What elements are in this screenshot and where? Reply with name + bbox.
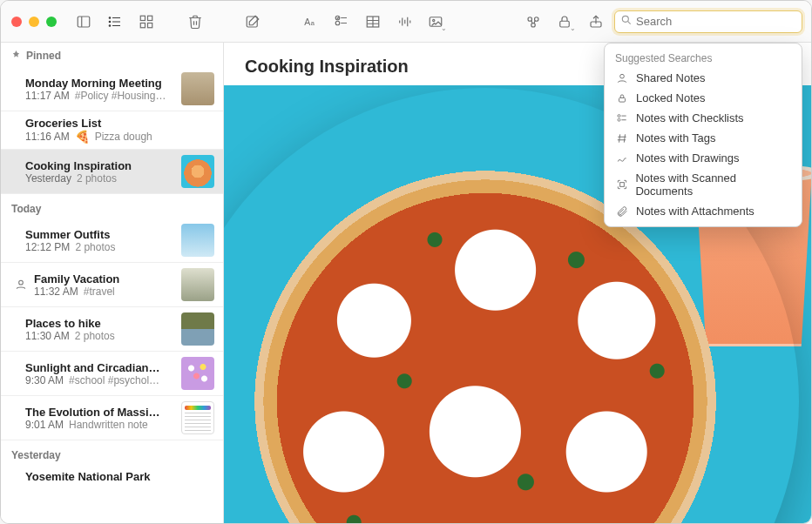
svg-point-7 xyxy=(109,24,111,26)
checklist-button[interactable] xyxy=(328,9,355,35)
today-section-header: Today xyxy=(1,194,223,218)
note-time: 9:30 AM xyxy=(25,374,64,386)
svg-point-41 xyxy=(618,118,620,121)
note-time: 11:16 AM xyxy=(25,131,70,143)
note-title: Cooking Inspiration xyxy=(25,159,174,172)
link-note-button[interactable] xyxy=(520,9,546,35)
note-title: The Evolution of Massi… xyxy=(25,406,174,419)
chevron-down-icon: ⌄ xyxy=(570,24,576,32)
svg-point-32 xyxy=(531,23,536,27)
note-meta: 2 photos xyxy=(75,330,115,342)
shared-note-icon xyxy=(15,279,27,291)
note-title: Yosemite National Park xyxy=(25,470,214,483)
suggested-attachments[interactable]: Notes with Attachments xyxy=(605,201,802,221)
svg-point-35 xyxy=(622,16,628,22)
svg-line-43 xyxy=(619,134,620,142)
share-button[interactable] xyxy=(583,9,609,35)
new-note-button[interactable] xyxy=(240,9,266,35)
checklist-icon xyxy=(615,112,629,124)
suggested-item-label: Notes with Tags xyxy=(636,131,716,144)
yesterday-section-header: Yesterday xyxy=(1,440,223,465)
pin-icon xyxy=(11,50,21,62)
audio-button[interactable] xyxy=(391,9,417,35)
minimize-window-button[interactable] xyxy=(29,17,39,27)
close-window-button[interactable] xyxy=(11,17,22,27)
note-row-groceries[interactable]: Groceries List 11:16 AM🍕Pizza dough xyxy=(1,111,223,150)
search-input[interactable] xyxy=(636,15,796,28)
svg-rect-8 xyxy=(140,16,145,20)
toggle-sidebar-button[interactable] xyxy=(71,9,97,35)
suggested-searches-popover: Suggested Searches Shared Notes Locked N… xyxy=(604,43,802,227)
search-field[interactable] xyxy=(614,10,802,33)
note-thumbnail xyxy=(181,401,214,434)
suggested-item-label: Notes with Drawings xyxy=(636,151,740,165)
note-title: Sunlight and Circadian… xyxy=(25,361,174,374)
note-row-summer-outfits[interactable]: Summer Outfits 12:12 PM2 photos xyxy=(1,218,223,263)
toolbar: Aa ⌄ ⌄ xyxy=(1,1,811,43)
suggested-checklists[interactable]: Notes with Checklists xyxy=(605,108,802,128)
suggested-tags[interactable]: Notes with Tags xyxy=(605,128,802,148)
shared-icon xyxy=(615,72,629,84)
note-title: Groceries List xyxy=(25,117,214,130)
note-meta: 2 photos xyxy=(77,172,117,185)
media-button[interactable]: ⌄ xyxy=(423,9,449,35)
note-thumbnail xyxy=(181,357,214,390)
note-row-sunlight-circadian[interactable]: Sunlight and Circadian… 9:30 AM#school #… xyxy=(1,352,223,396)
note-thumbnail xyxy=(181,72,214,105)
note-thumbnail xyxy=(181,268,214,301)
suggested-searches-header: Suggested Searches xyxy=(605,49,802,68)
notes-window: Aa ⌄ ⌄ xyxy=(0,0,812,524)
pinned-label: Pinned xyxy=(26,50,61,62)
suggested-item-label: Notes with Checklists xyxy=(636,111,744,124)
note-row-evolution[interactable]: The Evolution of Massi… 9:01 AMHandwritt… xyxy=(1,396,223,440)
zoom-window-button[interactable] xyxy=(46,17,57,27)
table-button[interactable] xyxy=(360,9,386,35)
search-icon xyxy=(620,14,633,30)
svg-point-29 xyxy=(433,19,435,21)
suggested-drawings[interactable]: Notes with Drawings xyxy=(605,148,802,168)
drawing-icon xyxy=(615,152,629,165)
note-row-yosemite[interactable]: Yosemite National Park xyxy=(1,465,223,488)
suggested-locked-notes[interactable]: Locked Notes xyxy=(605,88,802,108)
suggested-scanned[interactable]: Notes with Scanned Documents xyxy=(605,168,802,201)
svg-rect-47 xyxy=(619,183,624,187)
note-title: Monday Morning Meeting xyxy=(25,77,174,90)
svg-line-36 xyxy=(627,21,630,24)
list-view-button[interactable] xyxy=(102,9,128,35)
note-thumbnail xyxy=(181,312,214,346)
search-field-wrap xyxy=(614,10,802,33)
svg-rect-10 xyxy=(140,23,145,27)
note-meta: #Policy #Housing… xyxy=(75,90,166,102)
delete-note-button[interactable] xyxy=(182,9,208,35)
note-row-cooking-inspiration[interactable]: Cooking Inspiration Yesterday2 photos xyxy=(1,150,223,194)
scan-icon xyxy=(615,178,628,191)
gallery-view-button[interactable] xyxy=(133,9,159,35)
lock-icon xyxy=(615,92,629,104)
svg-text:a: a xyxy=(311,18,315,26)
note-row-monday-meeting[interactable]: Monday Morning Meeting 11:17 AM#Policy #… xyxy=(1,67,223,111)
svg-rect-9 xyxy=(148,16,152,20)
notes-list-sidebar: Pinned Monday Morning Meeting 11:17 AM#P… xyxy=(1,43,224,523)
svg-rect-33 xyxy=(560,21,570,27)
window-controls xyxy=(10,17,57,27)
format-button[interactable]: Aa xyxy=(297,9,323,35)
svg-point-39 xyxy=(618,114,620,117)
note-thumbnail xyxy=(181,224,214,257)
lock-note-button[interactable]: ⌄ xyxy=(551,9,578,35)
svg-point-48 xyxy=(19,280,24,285)
suggested-shared-notes[interactable]: Shared Notes xyxy=(605,68,802,88)
svg-rect-38 xyxy=(619,97,626,102)
attachment-icon xyxy=(615,205,629,218)
note-row-places-to-hike[interactable]: Places to hike 11:30 AM2 photos xyxy=(1,307,223,352)
note-row-family-vacation[interactable]: Family Vacation 11:32 AM#travel xyxy=(1,263,223,307)
note-time: 11:30 AM xyxy=(25,330,70,342)
note-time: 12:12 PM xyxy=(25,241,70,253)
suggested-item-label: Notes with Attachments xyxy=(636,205,754,218)
note-meta: 2 photos xyxy=(75,241,115,253)
note-time: 11:17 AM xyxy=(25,90,70,102)
note-time: 11:32 AM xyxy=(34,286,78,298)
svg-point-17 xyxy=(335,21,340,25)
tag-icon xyxy=(615,132,629,144)
svg-line-44 xyxy=(624,134,625,142)
suggested-item-label: Locked Notes xyxy=(636,91,706,104)
